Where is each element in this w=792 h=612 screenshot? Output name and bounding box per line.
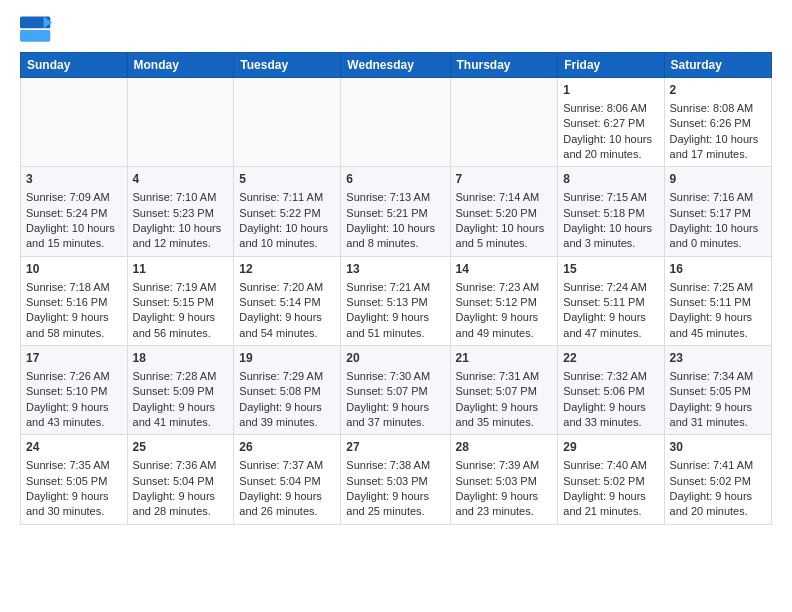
day-info-line: Sunset: 5:21 PM xyxy=(346,207,427,219)
day-number: 6 xyxy=(346,171,444,188)
day-cell: 18Sunrise: 7:28 AMSunset: 5:09 PMDayligh… xyxy=(127,346,234,435)
day-cell xyxy=(450,78,558,167)
day-info-line: and 28 minutes. xyxy=(133,505,211,517)
day-cell: 1Sunrise: 8:06 AMSunset: 6:27 PMDaylight… xyxy=(558,78,664,167)
day-info-line: Daylight: 9 hours xyxy=(133,311,216,323)
day-info-line: and 51 minutes. xyxy=(346,327,424,339)
day-info-line: Daylight: 9 hours xyxy=(670,490,753,502)
page: SundayMondayTuesdayWednesdayThursdayFrid… xyxy=(0,0,792,535)
week-row-3: 10Sunrise: 7:18 AMSunset: 5:16 PMDayligh… xyxy=(21,256,772,345)
day-cell xyxy=(234,78,341,167)
day-info-line: Sunrise: 7:23 AM xyxy=(456,281,540,293)
day-info-line: and 47 minutes. xyxy=(563,327,641,339)
day-info-line: Daylight: 9 hours xyxy=(346,401,429,413)
day-number: 11 xyxy=(133,261,229,278)
day-cell: 15Sunrise: 7:24 AMSunset: 5:11 PMDayligh… xyxy=(558,256,664,345)
day-info-line: and 39 minutes. xyxy=(239,416,317,428)
day-info-line: Daylight: 9 hours xyxy=(563,401,646,413)
day-number: 17 xyxy=(26,350,122,367)
day-cell: 30Sunrise: 7:41 AMSunset: 5:02 PMDayligh… xyxy=(664,435,771,524)
day-cell: 19Sunrise: 7:29 AMSunset: 5:08 PMDayligh… xyxy=(234,346,341,435)
day-info-line: Sunset: 5:17 PM xyxy=(670,207,751,219)
week-row-4: 17Sunrise: 7:26 AMSunset: 5:10 PMDayligh… xyxy=(21,346,772,435)
day-info-line: Sunrise: 8:08 AM xyxy=(670,102,754,114)
day-info-line: Sunset: 5:03 PM xyxy=(456,475,537,487)
day-number: 28 xyxy=(456,439,553,456)
day-info-line: Sunrise: 7:31 AM xyxy=(456,370,540,382)
day-info-line: Sunrise: 7:36 AM xyxy=(133,459,217,471)
day-info-line: Sunrise: 7:14 AM xyxy=(456,191,540,203)
day-cell: 21Sunrise: 7:31 AMSunset: 5:07 PMDayligh… xyxy=(450,346,558,435)
day-info-line: and 20 minutes. xyxy=(563,148,641,160)
day-info-line: Daylight: 9 hours xyxy=(239,311,322,323)
day-info-line: Sunrise: 7:35 AM xyxy=(26,459,110,471)
day-info-line: Daylight: 9 hours xyxy=(346,490,429,502)
day-number: 14 xyxy=(456,261,553,278)
day-info-line: Sunset: 5:11 PM xyxy=(670,296,751,308)
day-info-line: Sunrise: 7:39 AM xyxy=(456,459,540,471)
day-info-line: and 33 minutes. xyxy=(563,416,641,428)
day-info-line: Sunset: 5:05 PM xyxy=(670,385,751,397)
week-row-5: 24Sunrise: 7:35 AMSunset: 5:05 PMDayligh… xyxy=(21,435,772,524)
day-number: 19 xyxy=(239,350,335,367)
day-cell: 6Sunrise: 7:13 AMSunset: 5:21 PMDaylight… xyxy=(341,167,450,256)
day-info-line: Sunset: 5:07 PM xyxy=(456,385,537,397)
day-info-line: Sunset: 5:22 PM xyxy=(239,207,320,219)
day-cell: 5Sunrise: 7:11 AMSunset: 5:22 PMDaylight… xyxy=(234,167,341,256)
day-number: 29 xyxy=(563,439,658,456)
day-info-line: Sunset: 5:10 PM xyxy=(26,385,107,397)
day-info-line: Sunset: 5:12 PM xyxy=(456,296,537,308)
day-info-line: and 37 minutes. xyxy=(346,416,424,428)
svg-rect-1 xyxy=(20,30,50,42)
day-info-line: and 3 minutes. xyxy=(563,237,635,249)
day-number: 13 xyxy=(346,261,444,278)
day-info-line: Daylight: 9 hours xyxy=(26,401,109,413)
day-info-line: Daylight: 10 hours xyxy=(239,222,328,234)
day-info-line: and 41 minutes. xyxy=(133,416,211,428)
day-info-line: Daylight: 9 hours xyxy=(239,401,322,413)
day-info-line: Sunrise: 7:38 AM xyxy=(346,459,430,471)
day-info-line: Sunset: 5:04 PM xyxy=(133,475,214,487)
day-info-line: Daylight: 10 hours xyxy=(563,133,652,145)
day-cell: 24Sunrise: 7:35 AMSunset: 5:05 PMDayligh… xyxy=(21,435,128,524)
day-number: 21 xyxy=(456,350,553,367)
day-cell: 23Sunrise: 7:34 AMSunset: 5:05 PMDayligh… xyxy=(664,346,771,435)
day-info-line: and 26 minutes. xyxy=(239,505,317,517)
day-info-line: Sunrise: 7:20 AM xyxy=(239,281,323,293)
day-cell: 22Sunrise: 7:32 AMSunset: 5:06 PMDayligh… xyxy=(558,346,664,435)
day-info-line: Sunrise: 7:41 AM xyxy=(670,459,754,471)
day-info-line: Sunset: 5:08 PM xyxy=(239,385,320,397)
day-info-line: Sunset: 5:18 PM xyxy=(563,207,644,219)
day-info-line: and 21 minutes. xyxy=(563,505,641,517)
logo-icon xyxy=(20,16,52,44)
day-cell: 11Sunrise: 7:19 AMSunset: 5:15 PMDayligh… xyxy=(127,256,234,345)
day-info-line: and 45 minutes. xyxy=(670,327,748,339)
day-info-line: Sunrise: 7:32 AM xyxy=(563,370,647,382)
day-info-line: Daylight: 10 hours xyxy=(26,222,115,234)
day-info-line: Daylight: 10 hours xyxy=(456,222,545,234)
day-info-line: and 23 minutes. xyxy=(456,505,534,517)
day-info-line: Sunrise: 7:28 AM xyxy=(133,370,217,382)
day-info-line: Sunset: 5:07 PM xyxy=(346,385,427,397)
day-cell xyxy=(21,78,128,167)
day-info-line: and 58 minutes. xyxy=(26,327,104,339)
day-info-line: Daylight: 10 hours xyxy=(133,222,222,234)
day-info-line: Sunrise: 7:34 AM xyxy=(670,370,754,382)
day-cell: 4Sunrise: 7:10 AMSunset: 5:23 PMDaylight… xyxy=(127,167,234,256)
day-info-line: Sunrise: 7:37 AM xyxy=(239,459,323,471)
logo xyxy=(20,16,56,44)
day-info-line: and 12 minutes. xyxy=(133,237,211,249)
day-info-line: Sunrise: 7:18 AM xyxy=(26,281,110,293)
day-cell: 8Sunrise: 7:15 AMSunset: 5:18 PMDaylight… xyxy=(558,167,664,256)
day-info-line: Sunset: 5:24 PM xyxy=(26,207,107,219)
day-info-line: Daylight: 9 hours xyxy=(456,490,539,502)
day-info-line: Daylight: 9 hours xyxy=(239,490,322,502)
day-info-line: Sunset: 6:26 PM xyxy=(670,117,751,129)
day-number: 4 xyxy=(133,171,229,188)
day-number: 12 xyxy=(239,261,335,278)
day-info-line: Sunrise: 7:29 AM xyxy=(239,370,323,382)
day-cell: 26Sunrise: 7:37 AMSunset: 5:04 PMDayligh… xyxy=(234,435,341,524)
col-header-wednesday: Wednesday xyxy=(341,53,450,78)
day-info-line: Sunrise: 7:16 AM xyxy=(670,191,754,203)
day-number: 25 xyxy=(133,439,229,456)
